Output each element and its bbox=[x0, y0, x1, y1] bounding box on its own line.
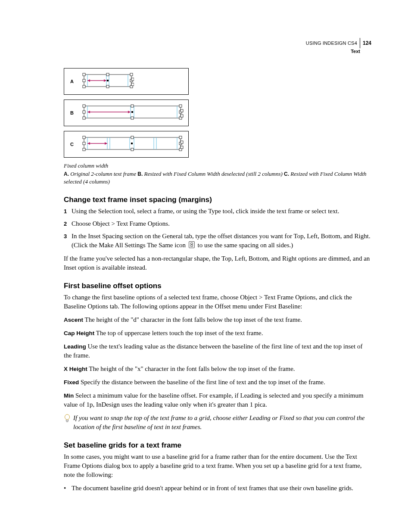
svg-rect-47 bbox=[131, 143, 133, 144]
header-section: Text bbox=[306, 49, 360, 54]
step-3-number: 3 bbox=[64, 232, 72, 250]
header-book-title: USING INDESIGN CS4 bbox=[306, 40, 357, 46]
text-x-height: The height of the "x" character in the f… bbox=[87, 365, 295, 372]
svg-rect-50 bbox=[179, 136, 182, 139]
term-cap-height: Cap Height bbox=[64, 330, 94, 336]
figure-panel-a: A bbox=[64, 68, 189, 95]
tip-baseline-grid: If you want to snap the top of the text … bbox=[64, 414, 371, 432]
legend-b-label: B. bbox=[137, 171, 143, 177]
figure-legend: A. Original 2-column text frame B. Resiz… bbox=[64, 170, 371, 185]
figure-caption: Fixed column width bbox=[64, 162, 371, 169]
svg-rect-52 bbox=[131, 148, 134, 151]
bullet-1-text: The document baseline grid doesn't appea… bbox=[72, 484, 353, 493]
text-min: Select a minimum value for the baseline … bbox=[64, 392, 364, 408]
heading-first-baseline: First baseline offset options bbox=[64, 282, 371, 290]
step-2-text: Choose Object > Text Frame Options. bbox=[72, 219, 371, 228]
svg-rect-6 bbox=[83, 73, 85, 76]
page-header: USING INDESIGN CS4 124 Text bbox=[306, 38, 371, 54]
header-page-number: 124 bbox=[363, 40, 371, 46]
figure-panel-a-label: A bbox=[70, 79, 74, 84]
svg-rect-28 bbox=[83, 117, 85, 119]
def-leading: Leading Use the text's leading value as … bbox=[64, 342, 371, 360]
svg-rect-26 bbox=[131, 105, 134, 107]
bullet-1: • The document baseline grid doesn't app… bbox=[64, 484, 371, 493]
svg-rect-9 bbox=[83, 85, 85, 88]
figure-panel-b-label: B bbox=[70, 110, 74, 115]
section-set-baseline-grids: Set baseline grids for a text frame In s… bbox=[64, 441, 371, 493]
svg-rect-24 bbox=[131, 111, 133, 113]
svg-rect-33 bbox=[181, 109, 183, 112]
def-fixed: Fixed Specify the distance between the b… bbox=[64, 378, 371, 387]
figure-panel-c: C bbox=[64, 131, 189, 158]
svg-rect-48 bbox=[83, 136, 85, 139]
svg-rect-54 bbox=[83, 142, 85, 145]
figure-panel-c-label: C bbox=[70, 142, 74, 147]
first-baseline-intro: To change the first baseline options of … bbox=[64, 293, 371, 311]
heading-change-inset-spacing: Change text frame inset spacing (margins… bbox=[64, 196, 371, 204]
term-min: Min bbox=[64, 392, 74, 399]
section-change-inset-spacing: Change text frame inset spacing (margins… bbox=[64, 196, 371, 272]
svg-rect-8 bbox=[130, 73, 133, 76]
svg-point-61 bbox=[65, 414, 70, 420]
svg-rect-5 bbox=[107, 80, 109, 81]
svg-rect-29 bbox=[131, 117, 134, 119]
figure-fixed-column-width: A bbox=[64, 68, 371, 158]
term-ascent: Ascent bbox=[64, 317, 83, 323]
step-2: 2 Choose Object > Text Frame Options. bbox=[64, 219, 371, 228]
svg-rect-25 bbox=[83, 105, 85, 107]
svg-rect-31 bbox=[83, 111, 85, 113]
svg-rect-10 bbox=[106, 85, 109, 88]
svg-rect-56 bbox=[181, 141, 183, 143]
svg-marker-18 bbox=[104, 79, 106, 82]
def-cap-height: Cap Height The top of uppercase letters … bbox=[64, 329, 371, 338]
svg-rect-34 bbox=[181, 115, 183, 117]
text-cap-height: The top of uppercase letters touch the t… bbox=[94, 330, 263, 336]
figure-panel-c-svg bbox=[81, 135, 185, 152]
text-fixed: Specify the distance between the baselin… bbox=[79, 379, 325, 386]
step-1-text: Using the Selection tool, select a frame… bbox=[72, 207, 371, 216]
svg-rect-15 bbox=[131, 83, 134, 86]
figure-panel-b: B bbox=[64, 100, 189, 126]
text-leading: Use the text's leading value as the dist… bbox=[64, 343, 362, 359]
term-x-height: X Height bbox=[64, 366, 87, 372]
text-ascent: The height of the "d" character in the f… bbox=[83, 316, 302, 323]
svg-marker-37 bbox=[128, 111, 131, 113]
legend-a-label: A. bbox=[64, 171, 69, 177]
svg-marker-59 bbox=[87, 142, 90, 145]
svg-rect-14 bbox=[131, 78, 134, 81]
svg-rect-12 bbox=[83, 79, 85, 82]
def-x-height: X Height The height of the "x" character… bbox=[64, 364, 371, 373]
svg-marker-60 bbox=[105, 142, 107, 145]
svg-rect-27 bbox=[179, 105, 182, 107]
step-1-number: 1 bbox=[64, 207, 72, 216]
chain-link-icon bbox=[189, 241, 195, 248]
svg-marker-36 bbox=[87, 111, 90, 113]
tip-text: If you want to snap the top of the text … bbox=[73, 414, 371, 432]
term-fixed: Fixed bbox=[64, 379, 79, 386]
step-3-text-b: to use the same spacing on all sides.) bbox=[196, 242, 293, 249]
svg-marker-17 bbox=[87, 79, 90, 82]
bullet-mark: • bbox=[64, 484, 72, 493]
legend-c-label: C. bbox=[284, 171, 289, 177]
step-3-body: In the Inset Spacing section on the Gene… bbox=[72, 232, 371, 250]
inset-note-paragraph: If the frame you've selected has a non-r… bbox=[64, 254, 371, 272]
lightbulb-icon bbox=[64, 414, 73, 432]
legend-b-text: Resized with Fixed Column Width deselect… bbox=[143, 171, 284, 177]
section-first-baseline: First baseline offset options To change … bbox=[64, 282, 371, 432]
svg-rect-49 bbox=[131, 136, 134, 139]
term-leading: Leading bbox=[64, 343, 86, 350]
heading-set-baseline-grids: Set baseline grids for a text frame bbox=[64, 441, 371, 450]
svg-rect-57 bbox=[181, 146, 183, 149]
step-3: 3 In the Inset Spacing section on the Ge… bbox=[64, 232, 371, 250]
figure-panel-b-svg bbox=[81, 103, 185, 121]
figure-panel-a-svg bbox=[81, 72, 134, 89]
set-baseline-intro: In some cases, you might want to use a b… bbox=[64, 452, 371, 479]
step-1: 1 Using the Selection tool, select a fra… bbox=[64, 207, 371, 216]
step-2-number: 2 bbox=[64, 219, 72, 228]
def-ascent: Ascent The height of the "d" character i… bbox=[64, 315, 371, 324]
svg-rect-7 bbox=[106, 73, 109, 76]
legend-a-text: Original 2-column text frame bbox=[69, 171, 137, 177]
header-divider bbox=[360, 38, 360, 48]
def-min: Min Select a minimum value for the basel… bbox=[64, 391, 371, 409]
svg-rect-51 bbox=[83, 148, 85, 151]
